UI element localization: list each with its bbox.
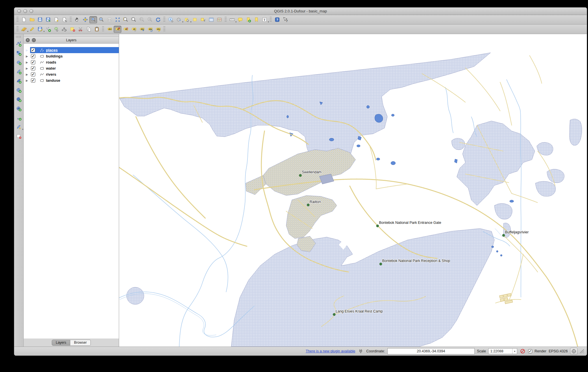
save-layer-edits-button[interactable]: ▾ — [36, 26, 44, 33]
plugin-icon[interactable] — [358, 348, 364, 354]
layer-item-water[interactable]: ▶✓water — [24, 65, 119, 71]
measure-line-button[interactable]: ▾ — [228, 16, 236, 23]
move-feature-button[interactable] — [52, 26, 60, 33]
render-checkbox[interactable]: ✓ — [528, 349, 532, 353]
open-project-button[interactable] — [28, 16, 36, 23]
save-project-button[interactable] — [36, 16, 44, 23]
add-feature-icon — [45, 26, 51, 32]
panel-close-icon[interactable]: × — [26, 38, 30, 42]
crs-status-button[interactable] — [570, 348, 578, 355]
add-postgis-layer-button[interactable] — [15, 59, 23, 66]
new-bookmark-icon — [245, 17, 251, 23]
zoom-to-selection-button[interactable] — [122, 16, 130, 23]
current-edits-button[interactable]: ▾ — [20, 26, 28, 33]
resize-grip[interactable] — [580, 349, 584, 353]
layer-visibility-checkbox[interactable]: ✓ — [31, 66, 35, 70]
stop-render-icon[interactable] — [519, 348, 526, 354]
minimize-window-button[interactable] — [23, 9, 27, 13]
whats-this-button[interactable]: ? — [281, 16, 289, 23]
layer-item-places[interactable]: ▶✓places — [24, 47, 119, 53]
expand-triangle-icon[interactable]: ▶ — [24, 61, 30, 64]
new-bookmark-button[interactable] — [244, 16, 252, 23]
expand-triangle-icon[interactable]: ▶ — [24, 73, 30, 76]
panel-float-icon[interactable]: □ — [32, 38, 36, 42]
layer-item-rivers[interactable]: ▶✓rivers — [24, 71, 119, 77]
coordinate-input[interactable]: 20.4369,-34.0394 — [387, 348, 475, 354]
expand-triangle-icon[interactable]: ▶ — [24, 79, 30, 82]
identify-features-button[interactable]: i — [167, 16, 175, 23]
change-label-properties-button[interactable]: abc — [154, 26, 162, 33]
add-wfs-layer-button[interactable] — [15, 105, 23, 112]
dropdown-arrow-icon[interactable]: ▾ — [268, 21, 269, 23]
layer-visibility-checkbox[interactable]: ✓ — [31, 78, 35, 83]
zoom-to-layer-button[interactable] — [130, 16, 138, 23]
node-tool-button[interactable] — [60, 26, 68, 33]
new-print-composer-button[interactable] — [52, 16, 60, 23]
labeling-options-button[interactable]: abc — [106, 26, 113, 33]
new-spatialite-layer-button[interactable]: ▾ — [15, 123, 23, 131]
add-mssql-layer-button[interactable] — [15, 77, 23, 85]
pan-map-to-selection-button[interactable] — [81, 16, 89, 23]
zoom-window-button[interactable] — [29, 9, 33, 13]
touch-zoom-pan-button[interactable] — [73, 16, 81, 23]
layer-visibility-checkbox[interactable]: ✓ — [31, 60, 35, 64]
refresh-map-button[interactable] — [154, 16, 162, 23]
field-calculator-button[interactable] — [215, 16, 223, 23]
add-wcs-layer-button[interactable] — [15, 96, 23, 103]
show-hide-labels-button[interactable]: ab — [130, 26, 138, 33]
layer-item-landuse[interactable]: ▶✓landuse — [24, 77, 119, 83]
add-wms-layer-button[interactable] — [15, 86, 23, 94]
rotate-label-button[interactable]: abc — [146, 26, 154, 33]
layer-visibility-checkbox[interactable]: ✓ — [31, 54, 35, 58]
place-label: Bontebok National Park Reception & Shop — [382, 259, 450, 263]
open-attribute-table-button[interactable] — [207, 16, 215, 23]
run-feature-action-button[interactable]: ▾ — [175, 16, 183, 23]
help-contents-button[interactable]: ? — [273, 16, 281, 23]
zoom-out-button[interactable] — [97, 16, 105, 23]
add-delimited-text-layer-button[interactable]: , — [15, 114, 23, 122]
layer-item-buildings[interactable]: ▶✓buildings — [24, 53, 119, 59]
save-project-as-button[interactable] — [44, 16, 52, 23]
add-feature-button[interactable] — [44, 26, 52, 33]
select-features-button[interactable]: ▾ — [183, 16, 191, 23]
add-spatialite-layer-button[interactable] — [15, 68, 23, 75]
new-project-button[interactable] — [20, 16, 28, 23]
remove-layer-button[interactable] — [15, 133, 23, 140]
dropdown-arrow-icon[interactable]: ▾ — [22, 128, 23, 131]
scale-combobox[interactable]: 1:22088 ▼ — [488, 348, 517, 354]
highlight-pinned-labels-button[interactable]: ab — [122, 26, 130, 33]
scale-dropdown-icon[interactable]: ▼ — [512, 349, 517, 354]
add-wms-layer-icon — [16, 87, 22, 93]
layer-visibility-checkbox[interactable]: ✓ — [31, 48, 35, 52]
text-annotation-button[interactable]: T▾ — [260, 16, 268, 23]
layer-item-roads[interactable]: ▶✓roads — [24, 59, 119, 65]
delete-selected-button[interactable] — [69, 26, 76, 33]
select-by-expression-button[interactable]: ε — [199, 16, 207, 23]
map-tips-button[interactable] — [236, 16, 244, 23]
move-label-button[interactable]: abc — [138, 26, 146, 33]
title-bar[interactable]: QGIS 2.0.1-Dufour - basic_map — [14, 8, 587, 15]
deselect-features-button[interactable] — [191, 16, 199, 23]
paste-features-button[interactable] — [93, 26, 101, 33]
close-window-button[interactable] — [17, 9, 21, 13]
layer-visibility-checkbox[interactable]: ✓ — [31, 72, 35, 77]
expand-triangle-icon[interactable]: ▶ — [24, 49, 30, 52]
expand-triangle-icon[interactable]: ▶ — [24, 55, 30, 58]
cut-features-button[interactable] — [77, 26, 84, 33]
save-project-icon — [37, 17, 43, 23]
tab-browser[interactable]: Browser — [70, 340, 91, 346]
copy-features-button[interactable] — [85, 26, 93, 33]
composer-manager-button[interactable] — [60, 16, 68, 23]
map-canvas[interactable]: SwellendamRailtonBontebok National Park … — [119, 34, 587, 347]
show-bookmarks-button[interactable] — [252, 16, 260, 23]
add-raster-layer-button[interactable] — [15, 49, 23, 57]
add-vector-layer-button[interactable] — [15, 40, 23, 48]
toggle-editing-button[interactable] — [28, 26, 36, 33]
new-plugin-link[interactable]: There is a new plugin available — [306, 349, 355, 353]
zoom-full-button[interactable] — [114, 16, 121, 23]
expand-triangle-icon[interactable]: ▶ — [24, 67, 30, 70]
zoom-in-button[interactable] — [89, 16, 97, 23]
toolbar-drag-handle — [163, 17, 165, 23]
pin-unpin-labels-button[interactable]: ab — [114, 26, 121, 33]
tab-layers[interactable]: Layers — [52, 340, 70, 346]
